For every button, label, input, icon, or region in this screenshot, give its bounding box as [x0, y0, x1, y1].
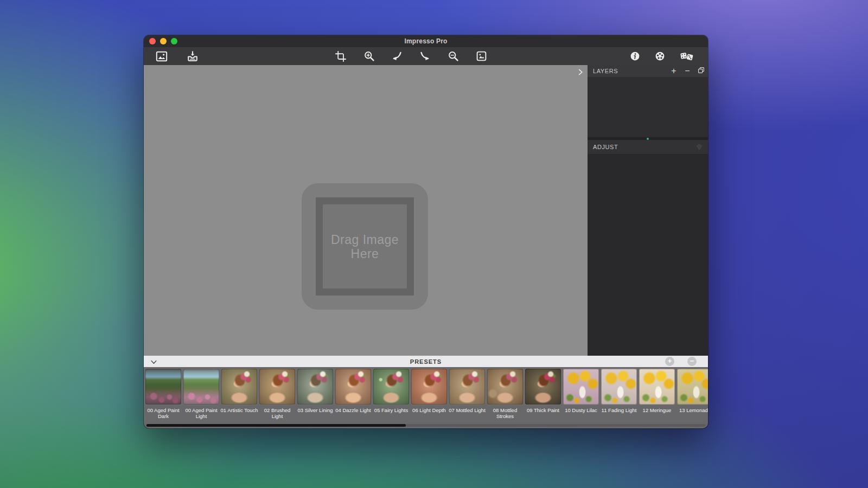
layers-list[interactable]	[588, 77, 708, 137]
export-image-button[interactable]	[473, 49, 489, 63]
info-icon	[629, 50, 641, 62]
zoom-in-icon	[363, 50, 375, 62]
preset-item[interactable]: 09 Thick Paint	[525, 369, 561, 419]
right-panel: LAYERS + − ADJUST	[588, 65, 708, 356]
undo-icon	[391, 50, 403, 62]
import-button[interactable]	[184, 49, 201, 63]
preset-item[interactable]: 04 Dazzle Light	[335, 369, 371, 419]
preset-item[interactable]: 06 Light Depth	[411, 369, 447, 419]
zoom-out-icon	[448, 50, 459, 62]
dropzone-inner-frame: Drag Image Here	[316, 197, 414, 296]
preset-thumbnail[interactable]	[335, 369, 371, 404]
open-image-button[interactable]	[154, 49, 170, 63]
preset-label: 10 Dusty Lilac	[562, 407, 600, 413]
minimize-button[interactable]	[160, 38, 167, 44]
import-image-icon	[187, 50, 199, 62]
add-preset-button[interactable]: +	[665, 357, 674, 366]
preset-item[interactable]: 03 Silver Lining	[297, 369, 333, 419]
preset-label: 07 Mottled Light	[448, 407, 486, 413]
preset-thumbnail[interactable]	[639, 369, 675, 404]
zoom-in-button[interactable]	[361, 49, 377, 63]
canvas-area[interactable]: Drag Image Here	[144, 65, 588, 356]
shutter-button[interactable]	[652, 49, 668, 63]
preset-item[interactable]: 10 Dusty Lilac	[563, 369, 599, 419]
preset-thumbnail[interactable]	[677, 369, 708, 404]
scrollbar-thumb[interactable]	[146, 424, 406, 427]
preset-item[interactable]: 02 Brushed Light	[259, 369, 295, 419]
collapse-panel-button[interactable]	[575, 67, 586, 78]
image-dropzone[interactable]: Drag Image Here	[302, 183, 428, 310]
preset-item[interactable]: 07 Mottled Light	[449, 369, 485, 419]
randomize-button[interactable]	[679, 49, 695, 63]
zoom-button[interactable]	[171, 38, 177, 44]
undo-button[interactable]	[388, 49, 405, 63]
preset-item[interactable]: 12 Meringue	[639, 369, 675, 419]
info-button[interactable]	[627, 49, 643, 63]
chevron-right-icon	[577, 68, 584, 76]
main-area: Drag Image Here LAYERS + −	[144, 65, 708, 356]
traffic-lights	[149, 38, 177, 44]
presets-title: PRESETS	[410, 358, 442, 365]
preset-label: 04 Dazzle Light	[334, 407, 372, 413]
crop-button[interactable]	[333, 49, 349, 63]
preset-label: 08 Mottled Strokes	[486, 407, 524, 419]
preset-thumbnail[interactable]	[183, 369, 219, 404]
preset-item[interactable]: 00 Aged Paint Light	[183, 369, 219, 419]
preset-thumbnail[interactable]	[259, 369, 295, 404]
layers-header: LAYERS + −	[588, 65, 708, 77]
duplicate-icon	[698, 67, 705, 74]
collapse-presets-button[interactable]	[149, 357, 158, 367]
horizontal-scrollbar[interactable]	[146, 424, 706, 427]
adjust-controls[interactable]	[588, 154, 708, 356]
preset-thumbnail[interactable]	[145, 369, 181, 404]
app-window: Impresso Pro	[144, 35, 708, 428]
preset-thumbnail[interactable]	[525, 369, 561, 404]
redo-button[interactable]	[417, 49, 433, 63]
preset-thumbnail[interactable]	[297, 369, 333, 404]
title-bar[interactable]: Impresso Pro	[144, 35, 708, 47]
preset-thumbnail[interactable]	[221, 369, 257, 404]
preset-label: 13 Lemonade	[676, 407, 708, 413]
remove-layer-button[interactable]: −	[684, 67, 691, 75]
close-button[interactable]	[149, 38, 156, 44]
adjust-title: ADJUST	[593, 144, 618, 150]
preset-label: 12 Meringue	[638, 407, 676, 413]
crop-icon	[335, 51, 346, 62]
preset-label: 00 Aged Paint Light	[182, 407, 220, 419]
preset-thumbnail[interactable]	[411, 369, 447, 404]
preset-item[interactable]: 13 Lemonade	[677, 369, 708, 419]
add-layer-button[interactable]: +	[670, 67, 678, 75]
redo-icon	[419, 50, 431, 62]
preset-thumbnail[interactable]	[563, 369, 599, 404]
open-image-icon	[156, 50, 168, 62]
toolbar	[144, 47, 708, 65]
preset-label: 03 Silver Lining	[296, 407, 334, 413]
duplicate-layer-button[interactable]	[697, 67, 705, 75]
preset-thumbnail[interactable]	[601, 369, 637, 404]
zoom-out-button[interactable]	[445, 49, 461, 63]
preset-label: 05 Fairy Lights	[372, 407, 410, 413]
preset-label: 01 Artistic Touch	[220, 407, 258, 413]
adjust-badge-icon	[695, 143, 703, 153]
remove-preset-button[interactable]: −	[687, 357, 697, 366]
preset-item[interactable]: 00 Aged Paint Dark	[145, 369, 181, 419]
preset-thumbnail[interactable]	[373, 369, 409, 404]
chevron-down-icon	[150, 358, 157, 365]
preset-thumbnail[interactable]	[487, 369, 523, 404]
presets-strip: 00 Aged Paint Dark 00 Aged Paint Light 0…	[144, 367, 708, 428]
shutter-icon	[654, 50, 666, 62]
dropzone-label: Drag Image Here	[324, 233, 406, 261]
adjust-header: ADJUST	[588, 140, 708, 154]
preset-thumbnail[interactable]	[449, 369, 485, 404]
preset-item[interactable]: 01 Artistic Touch	[221, 369, 257, 419]
export-image-icon	[476, 50, 487, 62]
preset-label: 02 Brushed Light	[258, 407, 296, 419]
preset-item[interactable]: 05 Fairy Lights	[373, 369, 409, 419]
preset-item[interactable]: 08 Mottled Strokes	[487, 369, 523, 419]
preset-label: 06 Light Depth	[410, 407, 448, 413]
preset-item[interactable]: 11 Fading Light	[601, 369, 637, 419]
preset-label: 00 Aged Paint Dark	[144, 407, 182, 419]
presets-bar: PRESETS + −	[144, 356, 708, 367]
window-title: Impresso Pro	[404, 37, 447, 45]
layers-title: LAYERS	[593, 68, 618, 74]
